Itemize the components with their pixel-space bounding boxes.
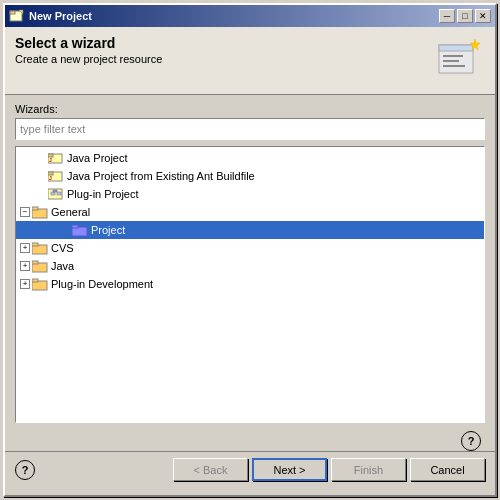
tree-item-java-project-ant[interactable]: J Java Project from Existing Ant Buildfi… [16, 167, 484, 185]
bottom-help: ? [15, 460, 35, 480]
finish-button[interactable]: Finish [331, 458, 406, 481]
maximize-button[interactable]: □ [457, 9, 473, 23]
svg-rect-24 [32, 243, 38, 246]
svg-rect-7 [443, 65, 465, 67]
java-project-icon: J [48, 151, 64, 165]
plugin-dev-folder-icon [32, 277, 48, 291]
svg-rect-4 [439, 45, 473, 51]
plugin-dev-expand-btn[interactable]: + [20, 279, 30, 289]
cvs-folder-icon [32, 241, 48, 255]
svg-rect-20 [32, 207, 38, 210]
new-project-icon [9, 8, 25, 24]
filter-input[interactable] [15, 118, 485, 140]
new-project-window: New Project ─ □ ✕ Select a wizard Create… [3, 3, 497, 497]
context-help-icon[interactable]: ? [461, 431, 481, 451]
project-label: Project [91, 224, 125, 236]
wizards-label: Wizards: [15, 103, 485, 115]
tree-item-project[interactable]: Project [16, 221, 484, 239]
help-button[interactable]: ? [15, 460, 35, 480]
tree-item-java-project[interactable]: J Java Project [16, 149, 484, 167]
section-subtitle: Create a new project resource [15, 53, 485, 65]
svg-rect-6 [443, 60, 459, 62]
java-project-ant-label: Java Project from Existing Ant Buildfile [67, 170, 255, 182]
svg-rect-1 [10, 11, 15, 14]
dialog-content: Select a wizard Create a new project res… [5, 27, 495, 495]
expand-placeholder [36, 171, 46, 181]
svg-text:J: J [49, 175, 52, 181]
title-bar: New Project ─ □ ✕ [5, 5, 495, 27]
title-buttons: ─ □ ✕ [439, 9, 491, 23]
wizard-tree[interactable]: J Java Project J Java Project from Exist… [15, 146, 485, 423]
cancel-button[interactable]: Cancel [410, 458, 485, 481]
cvs-expand-btn[interactable]: + [20, 243, 30, 253]
button-row: ? < Back Next > Finish Cancel [5, 451, 495, 487]
svg-rect-22 [72, 225, 78, 228]
svg-rect-16 [51, 192, 55, 195]
java-folder-icon [32, 259, 48, 273]
svg-rect-28 [32, 279, 38, 282]
plugin-project-label: Plug-in Project [67, 188, 139, 200]
plugin-project-icon [48, 187, 64, 201]
svg-rect-26 [32, 261, 38, 264]
java-ant-icon: J [48, 169, 64, 183]
section-title: Select a wizard [15, 35, 485, 51]
expand-placeholder [36, 153, 46, 163]
header-area: Select a wizard Create a new project res… [5, 27, 495, 95]
project-icon [72, 223, 88, 237]
tree-item-cvs[interactable]: + CVS [16, 239, 484, 257]
expand-placeholder [36, 189, 46, 199]
wizard-graphic [435, 35, 483, 83]
cvs-label: CVS [51, 242, 74, 254]
action-buttons: < Back Next > Finish Cancel [173, 458, 485, 481]
svg-rect-5 [443, 55, 463, 57]
tree-item-java[interactable]: + Java [16, 257, 484, 275]
minimize-button[interactable]: ─ [439, 9, 455, 23]
close-button[interactable]: ✕ [475, 9, 491, 23]
tree-item-general[interactable]: − General [16, 203, 484, 221]
general-folder-icon [32, 205, 48, 219]
svg-rect-17 [57, 192, 61, 195]
java-expand-btn[interactable]: + [20, 261, 30, 271]
java-project-label: Java Project [67, 152, 128, 164]
help-area: ? [15, 431, 485, 451]
next-button[interactable]: Next > [252, 458, 327, 481]
plugin-development-label: Plug-in Development [51, 278, 153, 290]
svg-text:J: J [49, 157, 52, 163]
back-button[interactable]: < Back [173, 458, 248, 481]
tree-item-plugin-project[interactable]: Plug-in Project [16, 185, 484, 203]
java-label: Java [51, 260, 74, 272]
expand-placeholder [60, 225, 70, 235]
tree-item-plugin-development[interactable]: + Plug-in Development [16, 275, 484, 293]
general-label: General [51, 206, 90, 218]
title-text: New Project [29, 10, 92, 22]
title-bar-left: New Project [9, 8, 92, 24]
svg-rect-18 [53, 190, 57, 192]
general-expand-btn[interactable]: − [20, 207, 30, 217]
